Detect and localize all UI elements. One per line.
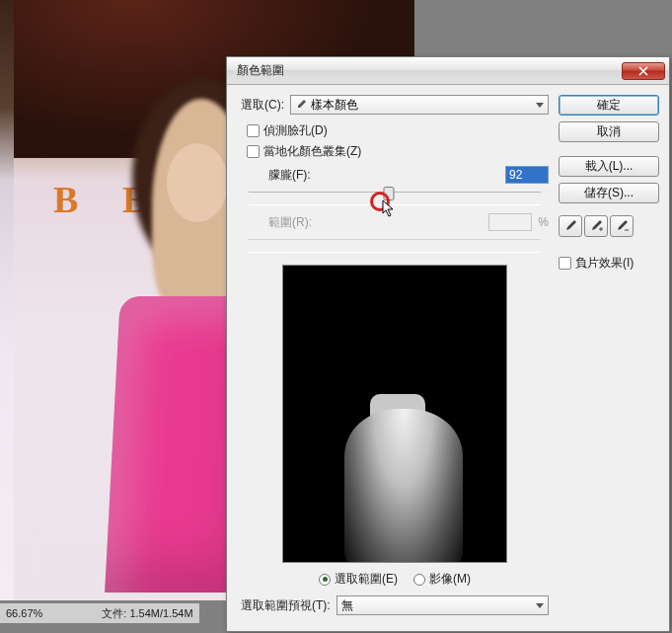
invert-checkbox[interactable] xyxy=(559,257,571,270)
eyedropper-minus-icon xyxy=(615,219,629,233)
zoom-level[interactable]: 66.67% xyxy=(6,607,42,619)
eyedropper-plus-icon xyxy=(589,219,603,233)
doc-info: 文件: 1.54M/1.54M xyxy=(102,606,192,621)
select-method-value: 樣本顏色 xyxy=(311,97,358,114)
eyedropper-subtract-button[interactable] xyxy=(610,215,634,237)
photo-region xyxy=(167,143,228,222)
eyedropper-sample-button[interactable] xyxy=(559,215,582,237)
preview-region xyxy=(344,409,463,563)
fuzziness-input[interactable] xyxy=(505,166,549,184)
close-icon xyxy=(638,66,648,76)
fuzziness-label: 朦朧(F): xyxy=(268,167,311,184)
load-button[interactable]: 載入(L)... xyxy=(559,156,659,177)
color-range-dialog: 顏色範圍 選取(C): 樣本顏色 偵測臉孔(D) 當地化顏色叢集(Z) xyxy=(226,56,670,632)
select-label: 選取(C): xyxy=(241,97,284,114)
dialog-title: 顏色範圍 xyxy=(237,62,622,79)
selection-preview-dropdown[interactable]: 無 xyxy=(336,595,549,615)
selection-preview[interactable] xyxy=(282,265,507,563)
range-slider xyxy=(249,239,541,253)
eyedropper-add-button[interactable] xyxy=(584,215,608,237)
photo-text: B xyxy=(53,178,78,221)
range-label: 範圍(R): xyxy=(268,214,312,231)
chevron-down-icon xyxy=(536,603,544,608)
detect-faces-checkbox[interactable] xyxy=(247,124,260,137)
save-button[interactable]: 儲存(S)... xyxy=(559,183,659,203)
preview-mode-selection-radio[interactable] xyxy=(319,574,331,586)
eyedropper-icon xyxy=(563,219,577,233)
localized-clusters-label: 當地化顏色叢集(Z) xyxy=(263,143,361,160)
preview-mode-selection-label: 選取範圍(E) xyxy=(335,571,398,588)
localized-clusters-checkbox[interactable] xyxy=(247,145,260,158)
range-input xyxy=(488,213,532,231)
close-button[interactable] xyxy=(622,62,665,80)
select-method-dropdown[interactable]: 樣本顏色 xyxy=(290,95,549,115)
cancel-button[interactable]: 取消 xyxy=(559,121,659,142)
selection-preview-label: 選取範圍預視(T): xyxy=(241,597,331,614)
detect-faces-label: 偵測臉孔(D) xyxy=(263,122,328,139)
preview-mode-image-radio[interactable] xyxy=(413,574,425,586)
invert-label: 負片效果(I) xyxy=(575,255,634,272)
preview-mode-image-label: 影像(M) xyxy=(429,571,471,588)
status-bar: 66.67% 文件: 1.54M/1.54M xyxy=(0,603,199,623)
range-unit: % xyxy=(538,215,549,229)
chevron-down-icon xyxy=(536,103,544,108)
fuzziness-slider-thumb[interactable] xyxy=(384,187,395,200)
fuzziness-slider[interactable] xyxy=(249,192,541,205)
eyedropper-icon xyxy=(295,99,307,111)
selection-preview-value: 無 xyxy=(341,597,353,614)
dialog-titlebar[interactable]: 顏色範圍 xyxy=(227,57,669,85)
ok-button[interactable]: 確定 xyxy=(559,95,659,116)
